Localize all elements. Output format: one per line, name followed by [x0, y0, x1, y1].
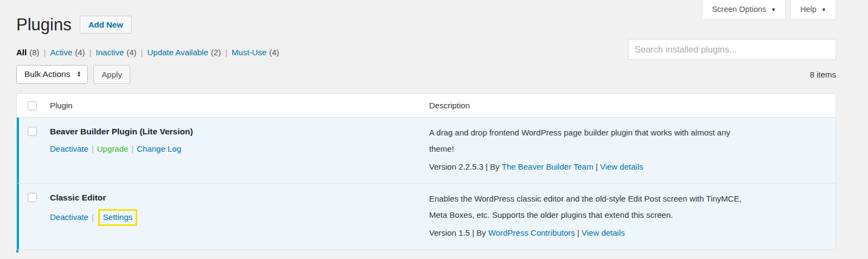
filter-active[interactable]: Active(4) [50, 48, 85, 57]
plugin-description: A drag and drop frontend WordPress page … [429, 125, 812, 141]
filter-must-use[interactable]: Must-Use(4) [232, 48, 279, 57]
settings-link[interactable]: Settings [103, 212, 132, 222]
change-log-link[interactable]: Change Log [137, 144, 181, 153]
items-count: 8 items [810, 70, 836, 79]
view-details-link[interactable]: View details [582, 228, 625, 237]
deactivate-link[interactable]: Deactivate [50, 212, 88, 222]
description-cell: Enables the WordPress classic editor and… [424, 184, 835, 249]
plugin-cell: Classic Editor Deactivate|Settings [44, 184, 424, 249]
row-checkbox-cell [19, 118, 44, 183]
filter-separator: | [137, 48, 148, 57]
filter-inactive[interactable]: Inactive(4) [96, 48, 137, 57]
next-row-cutoff [16, 250, 836, 252]
row-actions: Deactivate|Settings [50, 209, 418, 226]
plugins-page: Plugins Add New All(8) | Active(4) | Ina… [0, 0, 868, 252]
page-header: Plugins Add New [16, 15, 836, 35]
table-row-beaver-builder: Beaver Builder Plugin (Lite Version) Dea… [17, 118, 835, 183]
plugin-description: Enables the WordPress classic editor and… [429, 191, 812, 207]
view-details-link[interactable]: View details [600, 162, 643, 171]
version-text: Version 2.2.5.3 | By [429, 162, 500, 171]
filter-separator: | [40, 48, 50, 57]
search-input[interactable] [628, 39, 836, 60]
column-header-plugin: Plugin [44, 94, 424, 117]
row-actions: Deactivate|Upgrade|Change Log [50, 143, 418, 155]
page-title: Plugins [16, 15, 72, 35]
plugin-description: theme! [429, 141, 812, 157]
add-new-button[interactable]: Add New [80, 16, 132, 34]
table-header-row: Plugin Description [17, 94, 835, 118]
meta-separator: | [596, 162, 598, 171]
select-arrows-icon: ▲ ▼ [76, 71, 81, 77]
filter-separator: | [221, 48, 232, 57]
action-separator: | [88, 212, 97, 222]
filter-update-available[interactable]: Update Available(2) [147, 48, 221, 57]
row-checkbox-cell [19, 184, 44, 249]
meta-separator: | [577, 228, 579, 237]
filter-all[interactable]: All(8) [16, 48, 40, 57]
plugin-meta-line: Version 1.5 | By WordPress Contributors … [429, 225, 812, 241]
upgrade-link[interactable]: Upgrade [97, 144, 129, 153]
deactivate-link[interactable]: Deactivate [50, 144, 88, 153]
bulk-actions-selected-value: Bulk Actions [24, 69, 70, 79]
select-all-checkbox[interactable] [28, 101, 37, 111]
author-link[interactable]: The Beaver Builder Team [502, 162, 593, 171]
plugins-table: Plugin Description Beaver Builder Plugin… [16, 93, 836, 250]
row-checkbox[interactable] [28, 127, 37, 136]
action-separator: | [128, 144, 137, 153]
table-row-classic-editor: Classic Editor Deactivate|Settings Enabl… [17, 183, 835, 249]
description-cell: A drag and drop frontend WordPress page … [424, 118, 835, 183]
row-checkbox[interactable] [28, 193, 37, 202]
author-link[interactable]: WordPress Contributors [488, 228, 575, 237]
plugin-description: Meta Boxes, etc. Supports the older plug… [429, 207, 812, 223]
header-checkbox-cell [19, 94, 44, 117]
action-separator: | [88, 144, 97, 153]
filters-row: All(8) | Active(4) | Inactive(4) | Updat… [16, 48, 836, 59]
settings-highlight-box: Settings [98, 209, 137, 226]
column-header-description: Description [424, 94, 835, 117]
version-text: Version 1.5 | By [429, 228, 486, 237]
apply-button[interactable]: Apply [93, 65, 130, 84]
plugin-name: Beaver Builder Plugin (Lite Version) [50, 126, 418, 137]
plugin-name: Classic Editor [50, 192, 418, 203]
plugin-cell: Beaver Builder Plugin (Lite Version) Dea… [44, 118, 424, 183]
filter-separator: | [85, 48, 96, 57]
tablenav-top: Bulk Actions ▲ ▼ Apply 8 items [16, 65, 836, 84]
bulk-actions-select[interactable]: Bulk Actions ▲ ▼ [16, 65, 88, 84]
plugin-meta-line: Version 2.2.5.3 | By The Beaver Builder … [429, 159, 812, 175]
